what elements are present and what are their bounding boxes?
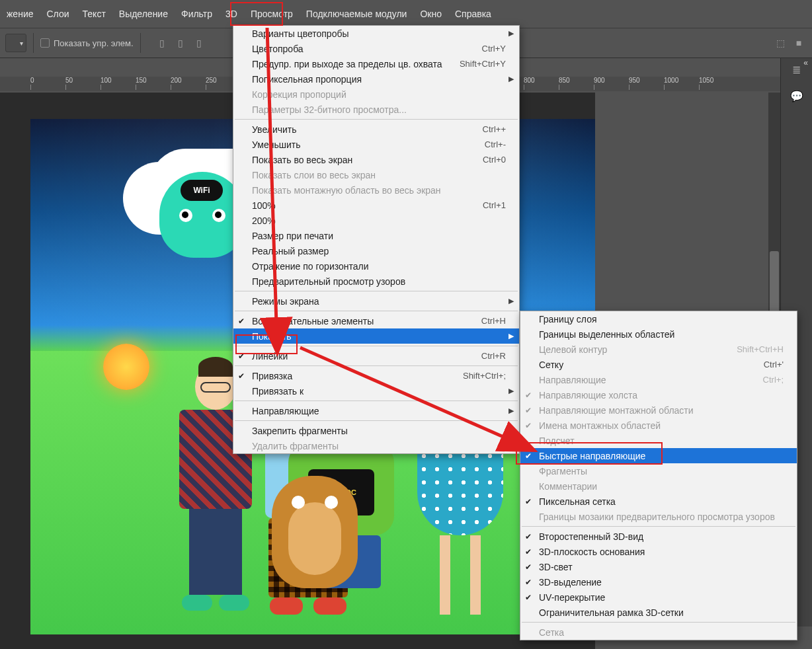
view-menu-item-29[interactable]: Направляющие▶ — [233, 403, 519, 418]
menu-shortcut: Ctrl+H — [481, 316, 506, 326]
view-menu-item-16[interactable]: Отражение по горизонтали — [233, 258, 519, 274]
main-menubar: жениеСлоиТекстВыделениеФильтр3DПросмотрП… — [0, 0, 812, 28]
show-submenu-item-3[interactable]: СеткуCtrl+' — [520, 357, 797, 372]
view-menu-item-10: Показать слои во весь экран — [233, 167, 519, 182]
align-left-icon[interactable]: ▯ — [154, 35, 170, 51]
menu-item-label: Отражение по горизонтали — [252, 261, 369, 272]
menu-item-label: Быстрые направляющие — [539, 451, 645, 461]
menu-item-label: Направляющие — [252, 406, 319, 416]
show-submenu-item-19[interactable]: ✔UV-перекрытие — [520, 590, 797, 605]
view-dropdown-menu: Варианты цветопробы▶ЦветопробаCtrl+YПред… — [233, 25, 520, 454]
show-submenu-item-1[interactable]: Границы выделенных областей — [520, 326, 797, 342]
show-submenu-item-11: Комментарии — [520, 478, 797, 494]
menu-item-label: Увеличить — [252, 124, 297, 135]
ruler-tick: 850 — [559, 77, 570, 84]
ruler-tick: 250 — [206, 77, 217, 84]
view-menu-item-0[interactable]: Варианты цветопробы▶ — [233, 26, 519, 41]
menubar-item-окно[interactable]: Окно — [413, 0, 448, 28]
view-menu-item-9[interactable]: Показать во весь экранCtrl+0 — [233, 152, 519, 167]
menu-separator — [235, 311, 518, 311]
view-menu-item-12[interactable]: 100%Ctrl+1 — [233, 198, 519, 213]
3d-mode-icon[interactable]: ⬚ — [772, 35, 788, 51]
separator — [140, 33, 141, 53]
character-beaver — [262, 476, 368, 615]
show-submenu-item-0[interactable]: Границу слоя — [520, 311, 797, 326]
collapse-arrow-icon[interactable]: « — [803, 58, 808, 67]
menubar-item-справка[interactable]: Справка — [448, 0, 498, 28]
submenu-arrow-icon: ▶ — [508, 29, 514, 38]
menu-item-label: Удалить фрагменты — [252, 441, 339, 451]
view-menu-item-21[interactable]: ✔Вспомогательные элементыCtrl+H — [233, 313, 519, 328]
menu-item-label: 3D-выделение — [539, 577, 602, 588]
show-controls-checkbox[interactable]: Показать упр. элем. — [40, 38, 134, 48]
camera-icon[interactable]: ■ — [791, 35, 807, 51]
show-submenu: Границу слояГраницы выделенных областейЦ… — [520, 311, 797, 640]
menubar-item-жение[interactable]: жение — [0, 0, 40, 28]
menu-item-label: Показать слои во весь экран — [252, 170, 376, 180]
menu-shortcut: Shift+Ctrl+H — [737, 344, 784, 354]
view-menu-item-27[interactable]: Привязать к▶ — [233, 383, 519, 399]
menu-item-label: Цветопроба — [252, 44, 304, 54]
view-menu-item-31[interactable]: Закрепить фрагменты — [233, 423, 519, 438]
menu-item-label: Показать — [252, 331, 292, 342]
menubar-item-фильтр[interactable]: Фильтр — [175, 0, 219, 28]
panel-icon-comment[interactable]: 💬 — [790, 89, 804, 103]
view-menu-item-26[interactable]: ✔ПривязкаShift+Ctrl+; — [233, 368, 519, 383]
view-menu-item-15[interactable]: Реальный размер — [233, 243, 519, 258]
menubar-item-просмотр[interactable]: Просмотр — [244, 0, 300, 28]
menu-item-label: Сетку — [539, 360, 563, 370]
menubar-item-подключаемые модули[interactable]: Подключаемые модули — [300, 0, 414, 28]
check-icon: ✔ — [525, 451, 532, 461]
menu-item-label: Привязать к — [252, 386, 304, 397]
show-submenu-item-22: Сетка — [520, 625, 797, 640]
align-center-icon[interactable]: ▯ — [173, 35, 188, 51]
menu-separator — [235, 346, 518, 346]
menu-item-label: Целевой контур — [539, 344, 607, 355]
wifi-orb — [103, 344, 149, 390]
menubar-item-3d[interactable]: 3D — [219, 0, 244, 28]
menubar-item-текст[interactable]: Текст — [76, 0, 112, 28]
view-menu-item-11: Показать монтажную область во весь экран — [233, 182, 519, 198]
view-menu-item-3[interactable]: Попиксельная пропорция▶ — [233, 71, 519, 87]
show-submenu-item-16[interactable]: ✔3D-плоскость основания — [520, 544, 797, 559]
view-menu-item-7[interactable]: УвеличитьCtrl++ — [233, 122, 519, 137]
view-menu-item-13[interactable]: 200% — [233, 213, 519, 228]
check-icon: ✔ — [525, 421, 532, 430]
menubar-item-слои[interactable]: Слои — [40, 0, 76, 28]
view-menu-item-5: Параметры 32-битного просмотра... — [233, 102, 519, 117]
ruler-tick: 1000 — [664, 77, 678, 84]
view-menu-item-22[interactable]: Показать▶ — [233, 328, 519, 344]
show-submenu-item-9[interactable]: ✔Быстрые направляющие — [520, 448, 797, 463]
right-icons-group: ⬚ ■ — [772, 35, 807, 51]
tool-preset-dropdown[interactable]: ▾ — [5, 34, 26, 52]
menu-item-label: Вспомогательные элементы — [252, 316, 374, 326]
view-menu-item-17[interactable]: Предварительный просмотр узоров — [233, 274, 519, 289]
menu-item-label: Уменьшить — [252, 139, 300, 150]
menu-separator — [235, 420, 518, 421]
show-submenu-item-18[interactable]: ✔3D-выделение — [520, 574, 797, 590]
show-submenu-item-15[interactable]: ✔Второстепенный 3D-вид — [520, 529, 797, 544]
menubar-item-выделение[interactable]: Выделение — [112, 0, 175, 28]
show-submenu-item-17[interactable]: ✔3D-свет — [520, 559, 797, 574]
check-icon: ✔ — [525, 532, 532, 541]
view-menu-item-1[interactable]: ЦветопробаCtrl+Y — [233, 41, 519, 56]
submenu-arrow-icon: ▶ — [508, 297, 514, 305]
ruler-tick: 100 — [101, 77, 112, 84]
show-submenu-item-20[interactable]: Ограничительная рамка 3D-сетки — [520, 605, 797, 620]
show-submenu-item-7: ✔Имена монтажных областей — [520, 418, 797, 433]
view-menu-item-19[interactable]: Режимы экрана▶ — [233, 293, 519, 309]
panel-icon-1[interactable]: ≣ — [790, 62, 804, 77]
menu-item-label: Показать во весь экран — [252, 155, 352, 165]
ruler-tick: 0 — [30, 77, 34, 84]
view-menu-item-14[interactable]: Размер при печати — [233, 228, 519, 243]
show-submenu-item-12[interactable]: ✔Пиксельная сетка — [520, 494, 797, 509]
view-menu-item-4: Коррекция пропорций — [233, 87, 519, 102]
view-menu-item-8[interactable]: УменьшитьCtrl+- — [233, 137, 519, 152]
menu-item-label: Границы выделенных областей — [539, 329, 674, 340]
align-right-icon[interactable]: ▯ — [191, 35, 207, 51]
view-menu-item-2[interactable]: Предупр. при выходе за пределы цв. охват… — [233, 56, 519, 71]
menu-item-label: Направляющие — [539, 375, 606, 385]
menu-separator — [522, 526, 795, 527]
view-menu-item-24[interactable]: ✔ЛинейкиCtrl+R — [233, 348, 519, 363]
menu-item-label: Фрагменты — [539, 466, 587, 477]
